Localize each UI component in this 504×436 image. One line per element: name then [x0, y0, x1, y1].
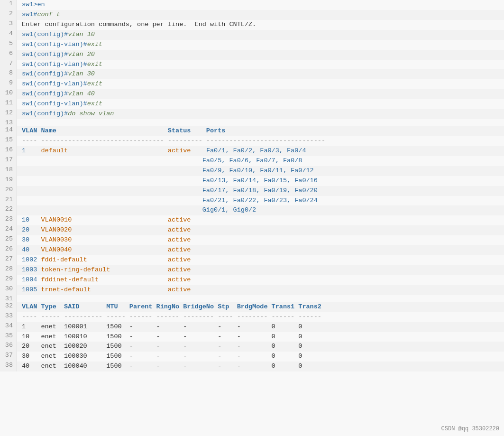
line-text-part: active: [168, 226, 191, 233]
line-content: [17, 295, 504, 302]
line-text-part: sw1(config-vlan)#: [22, 100, 87, 107]
terminal-line: 301005 trnet-default active: [0, 285, 504, 295]
line-content: sw1>en: [17, 0, 504, 10]
line-text-part: Fa0/13, Fa0/14, Fa0/15, Fa0/16: [22, 177, 318, 184]
line-text-part: VLAN0040: [41, 246, 168, 253]
terminal-line: 291004 fddinet-default active: [0, 275, 504, 285]
line-content: VLAN Name Status Ports: [17, 126, 504, 136]
line-text-part: 30: [22, 236, 41, 243]
line-number: 35: [0, 332, 17, 342]
line-content: sw1(config)#vlan 30: [17, 69, 504, 79]
line-text-part: Fa0/17, Fa0/18, Fa0/19, Fa0/20: [22, 187, 318, 194]
line-number: 25: [0, 235, 17, 245]
line-text-part: 20: [22, 226, 41, 233]
line-number: 16: [0, 146, 17, 156]
line-text-part: VLAN0020: [41, 226, 168, 233]
terminal-line: 32VLAN Type SAID MTU Parent RingNo Bridg…: [0, 302, 504, 312]
terminal-line: 22 Gig0/1, Gig0/2: [0, 205, 504, 215]
line-number: 12: [0, 109, 17, 119]
line-text-part: 1 enet 100001 1500 - - - - - 0 0: [22, 323, 302, 330]
terminal-line: 2640 VLAN0040 active: [0, 245, 504, 255]
terminal-line: 3620 enet 100020 1500 - - - - - 0 0: [0, 342, 504, 352]
line-number: 29: [0, 275, 17, 285]
line-text-part: active: [168, 266, 191, 273]
line-number: 1: [0, 0, 17, 10]
terminal-line: 31: [0, 295, 504, 302]
line-text-part: sw1(config)#: [22, 51, 68, 58]
terminal-line: 11sw1(config-vlan)#exit: [0, 99, 504, 109]
line-number: 7: [0, 60, 17, 70]
terminal-line: 2420 VLAN0020 active: [0, 225, 504, 235]
line-content: 1004 fddinet-default active: [17, 275, 504, 285]
line-content: Fa0/5, Fa0/6, Fa0/7, Fa0/8: [17, 156, 504, 166]
line-text-part: active: [168, 256, 191, 263]
line-number: 19: [0, 176, 17, 186]
line-text-part: Fa0/9, Fa0/10, Fa0/11, Fa0/12: [22, 167, 314, 174]
line-text-part: sw1(config-vlan)#: [22, 41, 87, 48]
line-content: ---- ----- ---------- ----- ------ -----…: [17, 312, 504, 322]
line-number: 2: [0, 10, 17, 20]
line-number: 26: [0, 245, 17, 255]
line-number: 21: [0, 196, 17, 206]
line-content: VLAN Type SAID MTU Parent RingNo BridgeN…: [17, 302, 504, 312]
terminal-line: 33---- ----- ---------- ----- ------ ---…: [0, 312, 504, 322]
line-text-part: active: [168, 286, 191, 293]
line-number: 28: [0, 265, 17, 275]
line-content: [17, 119, 504, 126]
terminal-line: 14VLAN Name Status Ports: [0, 126, 504, 136]
terminal-line: 13: [0, 119, 504, 126]
line-number: 34: [0, 322, 17, 332]
line-content: sw1(config-vlan)#exit: [17, 99, 504, 109]
terminal-line: 3Enter configuration commands, one per l…: [0, 20, 504, 30]
line-text-part: VLAN Type SAID MTU Parent RingNo BridgeN…: [22, 303, 321, 310]
line-content: 40 enet 100040 1500 - - - - - 0 0: [17, 362, 504, 371]
terminal-line: 2sw1#conf t: [0, 10, 504, 20]
line-content: Fa0/13, Fa0/14, Fa0/15, Fa0/16: [17, 176, 504, 186]
line-number: 37: [0, 352, 17, 362]
terminal-line: 21 Fa0/21, Fa0/22, Fa0/23, Fa0/24: [0, 196, 504, 206]
line-text-part: 40 enet 100040 1500 - - - - - 0 0: [22, 362, 302, 370]
line-content: 1003 token-ring-default active: [17, 265, 504, 275]
line-text-part: 1002: [22, 256, 41, 263]
line-content: 30 enet 100030 1500 - - - - - 0 0: [17, 352, 504, 362]
watermark: CSDN @qq_35302220: [441, 426, 499, 432]
line-text-part: active: [168, 216, 191, 223]
line-number: 5: [0, 40, 17, 50]
line-text-part: active: [168, 236, 191, 243]
line-text-part: sw1(config)#: [22, 31, 68, 38]
line-text-part: sw1(config-vlan)#: [22, 61, 87, 68]
line-number: 10: [0, 89, 17, 99]
line-text-part: active: [168, 276, 191, 283]
terminal-window: 1sw1>en2sw1#conf t3Enter configuration c…: [0, 0, 504, 436]
line-number: 13: [0, 119, 17, 126]
line-text-part: Enter configuration commands, one per li…: [22, 21, 256, 28]
line-content: 1 default active Fa0/1, Fa0/2, Fa0/3, Fa…: [17, 146, 504, 156]
line-number: 23: [0, 215, 17, 225]
line-text-part: 10 enet 100010 1500 - - - - - 0 0: [22, 333, 302, 340]
line-content: sw1(config)#vlan 10: [17, 30, 504, 40]
line-text-part: vlan 30: [68, 70, 95, 77]
line-text-part: Fa0/1, Fa0/2, Fa0/3, Fa0/4: [206, 147, 306, 154]
line-number: 3: [0, 20, 17, 30]
line-content: sw1(config)#vlan 40: [17, 89, 504, 99]
line-text-part: sw1(config-vlan)#: [22, 80, 87, 87]
line-text-part: 30 enet 100030 1500 - - - - - 0 0: [22, 353, 302, 360]
line-text-part: sw1#: [22, 11, 37, 18]
line-text-part: sw1>en: [22, 1, 45, 8]
terminal-line: 3730 enet 100030 1500 - - - - - 0 0: [0, 352, 504, 362]
line-content: 40 VLAN0040 active: [17, 245, 504, 255]
line-number: 36: [0, 342, 17, 352]
line-content: 30 VLAN0030 active: [17, 235, 504, 245]
line-content: sw1(config)#vlan 20: [17, 50, 504, 60]
line-number: 24: [0, 225, 17, 235]
line-number: 14: [0, 126, 17, 136]
line-content: Fa0/9, Fa0/10, Fa0/11, Fa0/12: [17, 166, 504, 176]
terminal-line: 17 Fa0/5, Fa0/6, Fa0/7, Fa0/8: [0, 156, 504, 166]
terminal-line: 6sw1(config)#vlan 20: [0, 50, 504, 60]
line-text-part: exit: [87, 41, 102, 48]
line-number: 22: [0, 205, 17, 215]
terminal-line: 3510 enet 100010 1500 - - - - - 0 0: [0, 332, 504, 342]
line-number: 30: [0, 285, 17, 295]
line-content: Gig0/1, Gig0/2: [17, 205, 504, 215]
line-content: Enter configuration commands, one per li…: [17, 20, 504, 30]
